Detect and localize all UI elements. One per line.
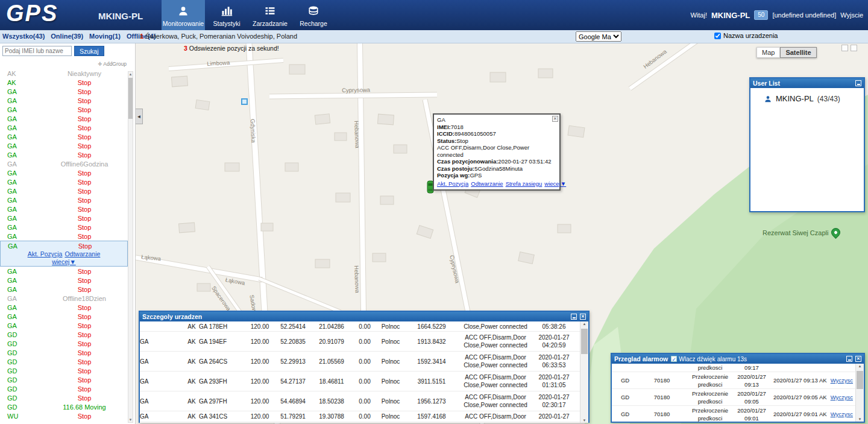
device-row[interactable]: GAStop	[0, 177, 128, 186]
scrollbar-thumb[interactable]	[128, 78, 133, 119]
nav-tab-monitorowanie[interactable]: Monitorowanie	[162, 0, 205, 30]
device-row[interactable]: GDStop	[0, 348, 128, 357]
device-row[interactable]: GDStop	[0, 393, 128, 402]
user-list-header[interactable]: User List	[750, 78, 864, 88]
device-row[interactable]: GAStop	[0, 223, 128, 232]
minimize-icon[interactable]	[855, 80, 861, 86]
device-row[interactable]: GAStop	[0, 105, 128, 114]
device-row[interactable]: GAStop	[0, 141, 128, 150]
device-row[interactable]: GAStop	[0, 204, 128, 214]
table-row[interactable]: AKGA 178EH120.0052.2541421.042860.00Poln…	[140, 321, 588, 332]
device-row[interactable]: GAStop	[0, 321, 128, 330]
logout-link[interactable]: Wyjscie	[840, 11, 863, 19]
sidebar-collapse-arrow-icon[interactable]: ◄	[136, 109, 143, 124]
popup-link[interactable]: Odtwarzanie	[471, 180, 503, 187]
search-button[interactable]: Szukaj	[74, 46, 104, 56]
scrollbar-thumb[interactable]	[581, 329, 588, 354]
device-row[interactable]: GDStop	[0, 366, 128, 375]
clear-alarm-link[interactable]: Wyczysc	[831, 377, 853, 384]
minimize-icon[interactable]	[571, 314, 577, 320]
device-action-link[interactable]: Akt. Pozycja	[28, 250, 63, 258]
device-row[interactable]: GAStop	[0, 214, 128, 223]
device-row[interactable]: AKNieaktywny	[0, 69, 128, 78]
popup-link[interactable]: wiecej▼	[544, 180, 566, 187]
message-count-badge[interactable]: 50	[754, 10, 768, 20]
alarm-row[interactable]: predkosci09:17	[612, 364, 864, 372]
table-row[interactable]: GAAKGA 293FH120.0054.2713718.468110.00Po…	[140, 372, 588, 391]
device-row[interactable]: GAOffline6Godzina	[0, 159, 128, 168]
device-row[interactable]: GAStop	[0, 285, 128, 294]
device-row[interactable]: GD116.68 Moving	[0, 402, 128, 411]
filter-tab[interactable]: Wszystko(43)	[2, 33, 45, 40]
sidebar-scrollbar[interactable]: ▲ ▼	[128, 71, 133, 423]
nav-tab-zarzadzanie[interactable]: Zarzadzanie	[248, 0, 292, 30]
nav-tab-recharge[interactable]: Recharge	[292, 0, 335, 30]
device-row[interactable]: GDStop	[0, 384, 128, 393]
add-group-link[interactable]: ✛ AddGroup	[98, 61, 127, 67]
details-scrollbar[interactable]: ▲ ▼	[580, 321, 588, 423]
map-control-icon[interactable]	[841, 45, 848, 51]
device-row[interactable]: GAStop	[0, 168, 128, 177]
device-row[interactable]: GDStop	[0, 330, 128, 339]
user-list-item[interactable]: MKING-PL (43/43)	[750, 88, 864, 103]
scroll-up-icon[interactable]: ▲	[580, 322, 588, 326]
popup-link[interactable]: Akt. Pozycja	[437, 180, 468, 187]
search-input[interactable]	[2, 46, 72, 56]
device-row[interactable]: GAStop	[0, 186, 128, 195]
device-row[interactable]: GAOffline18Dzien	[0, 294, 128, 303]
map-control-icon[interactable]	[851, 45, 857, 51]
device-row[interactable]: GAStop	[0, 195, 128, 204]
device-row[interactable]: GAStop	[0, 312, 128, 321]
device-more-link[interactable]: wiecej▼	[52, 258, 76, 265]
device-row[interactable]: GAStop	[0, 87, 128, 96]
alarm-sound-checkbox[interactable]: ✓	[671, 356, 677, 362]
device-row[interactable]: GAStop	[0, 303, 128, 312]
nav-tab-statystyki[interactable]: Statystyki	[205, 0, 248, 30]
small-map-marker[interactable]	[241, 98, 248, 105]
device-row[interactable]: GAStop	[0, 96, 128, 105]
alarm-row[interactable]: GD70180Przekroczeniepredkosci2020/01/270…	[612, 406, 864, 422]
alarm-row[interactable]: GD70180Przekroczeniepredkosci2020/01/270…	[612, 372, 864, 389]
reserve-pin-icon[interactable]	[829, 226, 842, 239]
device-row[interactable]: AKStop	[0, 78, 128, 87]
device-row[interactable]: WUStop	[0, 411, 128, 420]
scroll-down-icon[interactable]: ▼	[856, 417, 864, 421]
device-row[interactable]: GDStop	[0, 339, 128, 348]
device-action-link[interactable]: Odtwarzanie	[64, 250, 100, 258]
scroll-up-icon[interactable]: ▲	[128, 72, 133, 77]
popup-link[interactable]: Strefa zasiegu	[506, 180, 542, 187]
scrollbar-thumb[interactable]	[857, 371, 863, 389]
alarms-scrollbar[interactable]: ▲ ▼	[855, 364, 864, 422]
close-icon[interactable]: ✕	[855, 356, 861, 362]
table-row[interactable]: GAAKGA 264CS120.0052.2991321.055690.00Po…	[140, 352, 588, 372]
map-button[interactable]: Map	[756, 47, 780, 58]
table-row[interactable]: GAAKGA 194EF120.0052.2083520.910790.00Po…	[140, 332, 588, 352]
alarms-header[interactable]: Przeglad alarmow ✓ Wlacz dźwięk alarmu 1…	[612, 354, 864, 364]
selected-device-block[interactable]: GAStopAkt. PozycjaOdtwarzaniewiecej▼	[0, 241, 128, 267]
device-row[interactable]: GDStop	[0, 357, 128, 366]
scroll-up-icon[interactable]: ▲	[856, 364, 864, 368]
close-icon[interactable]: ✕	[580, 314, 586, 320]
device-row[interactable]: GAStop	[0, 123, 128, 132]
minimize-icon[interactable]	[846, 356, 852, 362]
device-details-header[interactable]: Szczegoly urzadzen ✕	[140, 312, 588, 321]
device-row[interactable]: GAStop	[1, 241, 127, 250]
device-row[interactable]: GDStop	[0, 375, 128, 384]
device-row[interactable]: GAStop	[0, 132, 128, 141]
popup-close-icon[interactable]: ✕	[552, 116, 558, 122]
filter-tab[interactable]: Online(39)	[51, 33, 83, 40]
device-name-checkbox[interactable]	[714, 33, 721, 39]
device-row[interactable]: GAStop	[0, 276, 128, 285]
table-row[interactable]: GAAKGA 297FH120.0054.4689418.502380.00Po…	[140, 391, 588, 411]
satellite-button[interactable]: Satellite	[780, 47, 816, 58]
device-row[interactable]: GAStop	[0, 150, 128, 159]
table-row[interactable]: GAAKGA 341CS120.0051.7929119.307880.00Po…	[140, 411, 588, 422]
clear-alarm-link[interactable]: Wyczysc	[831, 411, 853, 417]
scroll-down-icon[interactable]: ▼	[580, 419, 588, 422]
scroll-down-icon[interactable]: ▼	[128, 417, 133, 422]
device-row[interactable]: GAStop	[0, 114, 128, 123]
filter-tab[interactable]: Moving(1)	[89, 33, 121, 40]
clear-alarm-link[interactable]: Wyczysc	[831, 394, 853, 400]
device-row[interactable]: GAStop	[0, 267, 128, 276]
alarm-row[interactable]: GD70180Przekroczeniepredkosci2020/01/270…	[612, 389, 864, 406]
